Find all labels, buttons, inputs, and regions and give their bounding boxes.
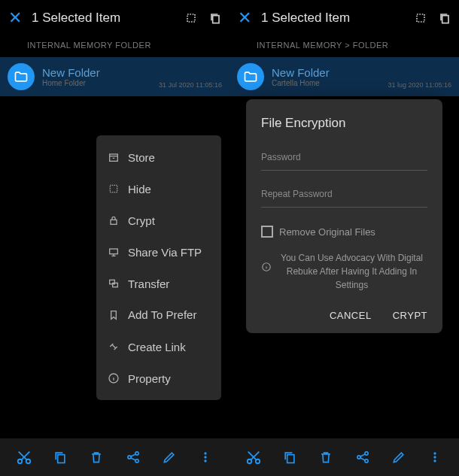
- encryption-modal: File Encryption Password Repeat Password…: [246, 99, 442, 333]
- info-icon: [261, 251, 272, 292]
- svg-point-15: [204, 452, 206, 454]
- svg-point-10: [26, 459, 31, 464]
- delete-icon[interactable]: [87, 448, 105, 466]
- copy-icon[interactable]: [207, 10, 223, 26]
- link-icon: [107, 340, 120, 353]
- select-all-icon[interactable]: [412, 10, 429, 26]
- delete-icon[interactable]: [317, 448, 335, 466]
- hide-icon: [107, 182, 120, 196]
- breadcrumb: INTERNAL MEMORY FOLDER: [0, 36, 230, 57]
- screen-left: ✕ 1 Selected Item INTERNAL MEMORY FOLDER…: [0, 0, 230, 476]
- lock-icon: [107, 214, 120, 227]
- share-icon[interactable]: [354, 448, 372, 466]
- remove-original-checkbox[interactable]: Remove Original Files: [261, 226, 427, 238]
- folder-date: 31 lug 2020 11:05:16: [388, 81, 451, 90]
- menu-hide[interactable]: Hide: [96, 173, 221, 205]
- menu-crypt[interactable]: Crypt: [96, 205, 221, 236]
- edit-icon[interactable]: [390, 448, 408, 466]
- menu-label: Hide: [128, 183, 151, 196]
- svg-point-28: [433, 456, 436, 458]
- checkbox-icon: [261, 226, 273, 238]
- menu-label: Property: [128, 372, 171, 385]
- copy-icon[interactable]: [51, 448, 69, 466]
- svg-rect-2: [110, 154, 118, 161]
- menu-property[interactable]: Property: [96, 362, 221, 394]
- bookmark-icon: [107, 308, 120, 322]
- selection-title: 1 Selected Item: [261, 11, 405, 26]
- bottom-toolbar: [230, 438, 459, 476]
- modal-title: File Encryption: [261, 116, 427, 131]
- folder-info: New Folder Cartella Home: [272, 66, 380, 87]
- breadcrumb: INTERNAL MEMORY > FOLDER: [230, 36, 459, 57]
- svg-rect-4: [111, 220, 117, 224]
- svg-rect-0: [187, 14, 195, 22]
- menu-create-link[interactable]: Create Link: [96, 331, 221, 362]
- menu-label: Store: [128, 151, 155, 164]
- svg-rect-18: [417, 14, 424, 22]
- folder-subtitle: Home Folder: [42, 79, 151, 87]
- svg-rect-19: [442, 16, 448, 23]
- svg-point-22: [256, 459, 260, 464]
- menu-label: Transfer: [128, 277, 169, 290]
- copy-icon[interactable]: [436, 10, 453, 26]
- repeat-placeholder: Repeat Password: [261, 189, 427, 207]
- svg-point-21: [248, 459, 252, 464]
- folder-name: New Folder: [272, 66, 380, 79]
- password-field[interactable]: Password: [261, 152, 427, 171]
- selection-bar: ✕ 1 Selected Item: [0, 0, 230, 36]
- edit-icon[interactable]: [160, 448, 178, 466]
- bottom-toolbar: [0, 438, 230, 476]
- menu-label: Crypt: [128, 214, 155, 227]
- context-menu: Store Hide Crypt Share Via FTP Transfer: [96, 135, 221, 400]
- select-all-icon[interactable]: [183, 10, 199, 26]
- transfer-icon: [107, 277, 120, 290]
- folder-selected-icon[interactable]: [8, 63, 35, 90]
- svg-rect-11: [58, 455, 65, 463]
- modal-info: You Can Use Advocacy With Digital Rebuke…: [261, 251, 427, 292]
- svg-rect-5: [110, 249, 118, 254]
- svg-rect-23: [287, 455, 294, 463]
- menu-share-ftp[interactable]: Share Via FTP: [96, 236, 221, 268]
- cut-icon[interactable]: [245, 448, 263, 466]
- password-placeholder: Password: [261, 152, 427, 170]
- svg-point-9: [18, 459, 23, 464]
- selection-bar: ✕ 1 Selected Item: [230, 0, 459, 36]
- folder-selected-icon[interactable]: [237, 63, 264, 90]
- svg-point-29: [433, 459, 436, 462]
- folder-info: New Folder Home Folder: [42, 66, 151, 87]
- svg-rect-3: [110, 185, 117, 192]
- menu-add-prefer[interactable]: Add To Prefer: [96, 299, 221, 331]
- more-icon[interactable]: [196, 448, 214, 466]
- modal-info-text: You Can Use Advocacy With Digital Rebuke…: [276, 251, 427, 292]
- menu-label: Share Via FTP: [128, 246, 202, 259]
- crypt-button[interactable]: CRYPT: [393, 310, 427, 321]
- ftp-icon: [107, 245, 120, 259]
- folder-name: New Folder: [42, 66, 151, 79]
- more-icon[interactable]: [426, 448, 444, 466]
- folder-row[interactable]: New Folder Cartella Home 31 lug 2020 11:…: [230, 57, 459, 96]
- repeat-password-field[interactable]: Repeat Password: [261, 189, 427, 208]
- checkbox-label: Remove Original Files: [279, 226, 375, 238]
- modal-actions: CANCEL CRYPT: [261, 310, 427, 321]
- screen-right: ✕ 1 Selected Item INTERNAL MEMORY > FOLD…: [230, 0, 459, 476]
- menu-store[interactable]: Store: [96, 141, 221, 173]
- svg-point-27: [433, 452, 436, 454]
- copy-icon[interactable]: [281, 448, 299, 466]
- cut-icon[interactable]: [15, 448, 33, 466]
- selection-title: 1 Selected Item: [32, 11, 175, 26]
- cancel-button[interactable]: CANCEL: [330, 310, 372, 321]
- menu-label: Add To Prefer: [128, 309, 196, 322]
- close-icon[interactable]: ✕: [6, 8, 24, 28]
- svg-rect-1: [213, 16, 219, 23]
- info-icon: [107, 371, 120, 385]
- archive-icon: [107, 150, 120, 164]
- folder-date: 31 Jul 2020 11:05:16: [159, 81, 222, 90]
- svg-point-16: [204, 456, 206, 458]
- svg-point-17: [204, 459, 206, 462]
- menu-transfer[interactable]: Transfer: [96, 268, 221, 299]
- share-icon[interactable]: [124, 448, 142, 466]
- menu-label: Create Link: [128, 341, 186, 353]
- folder-row[interactable]: New Folder Home Folder 31 Jul 2020 11:05…: [0, 57, 230, 96]
- close-icon[interactable]: ✕: [236, 8, 254, 28]
- folder-subtitle: Cartella Home: [272, 79, 380, 87]
